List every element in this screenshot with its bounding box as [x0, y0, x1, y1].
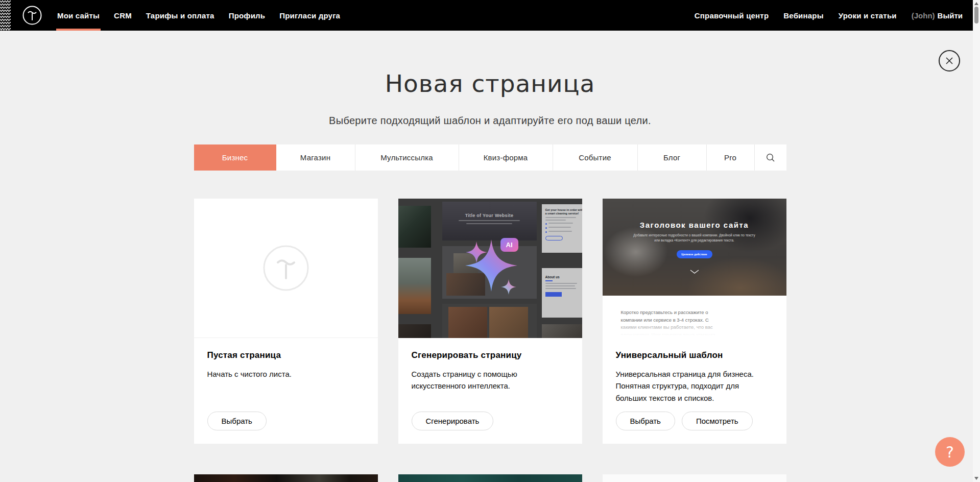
ai-sparkle-small-icon: [501, 279, 516, 295]
card-title: Сгенерировать страницу: [412, 350, 569, 360]
preview-bullet: [545, 227, 582, 229]
tab-business[interactable]: Бизнес: [194, 144, 276, 171]
card-buttons: Выбрать: [207, 412, 365, 430]
preview-text-bar: [545, 220, 566, 221]
card-buttons: Выбрать Посмотреть: [616, 412, 773, 430]
choose-button[interactable]: Выбрать: [616, 412, 675, 430]
chevron-down-icon: [690, 270, 699, 274]
logout-link[interactable]: Выйти: [938, 11, 963, 20]
preview-bullet: [545, 231, 582, 233]
scrollbar-up-arrow-icon[interactable]: [974, 2, 978, 5]
preview-text-bar: [545, 288, 576, 289]
close-icon: [944, 56, 954, 66]
preview-text-card: Get your house in order with a smart cle…: [542, 204, 582, 253]
scrollbar-thumb[interactable]: [974, 7, 978, 23]
card-title: Универсальный шаблон: [616, 350, 773, 360]
preview-photo: [442, 304, 537, 338]
nav-item-help-center[interactable]: Справочный центр: [695, 0, 769, 31]
preview-about-heading: About us: [545, 275, 582, 279]
preview-blue-button: [545, 292, 562, 297]
card-info: Сгенерировать страницу Создать страницу …: [398, 338, 582, 444]
view-button[interactable]: Посмотреть: [682, 412, 753, 430]
card-partial[interactable]: [603, 474, 786, 482]
scrollbar-down-arrow-icon[interactable]: [974, 477, 978, 480]
navbar-menu: Мои сайты CRM Тарифы и оплата Профиль Пр…: [57, 0, 354, 31]
nav-item-profile[interactable]: Профиль: [229, 0, 266, 31]
user-session: (John) Выйти: [912, 0, 963, 31]
preview-photo: [542, 324, 582, 338]
card-universal-template: Заголовок вашего сайта Добавьте интересн…: [603, 199, 786, 444]
preview-photo: [448, 307, 487, 338]
card-buttons: Сгенерировать: [412, 412, 569, 430]
preview-pill-button: [545, 236, 563, 240]
preview-bullet: [545, 223, 582, 225]
preview-text-bar: [545, 285, 575, 286]
navbar-right-menu: Справочный центр Вебинары Уроки и статьи…: [680, 0, 963, 31]
generate-button[interactable]: Сгенерировать: [412, 412, 494, 430]
card-description: Универсальная страница для бизнеса. Поня…: [616, 368, 769, 404]
template-preview-image: [194, 474, 378, 482]
content-container: Бизнес Магазин Мультиссылка Квиз-форма С…: [194, 144, 786, 482]
user-name-label: (John): [912, 11, 935, 20]
tab-search[interactable]: [755, 144, 786, 171]
nav-item-pricing[interactable]: Тарифы и оплата: [146, 0, 214, 31]
choose-button[interactable]: Выбрать: [207, 412, 267, 430]
preview-hero: Заголовок вашего сайта Добавьте интересн…: [603, 199, 786, 296]
tab-quiz-form[interactable]: Квиз-форма: [459, 144, 553, 171]
nav-item-crm[interactable]: CRM: [114, 0, 132, 31]
page-subtitle: Выберите подходящий шаблон и адаптируйте…: [0, 115, 980, 127]
card-description: Создать страницу с помощью искусственног…: [412, 368, 529, 392]
preview-cta-button: Целевое действие: [677, 250, 712, 258]
nav-item-invite-friend[interactable]: Пригласи друга: [279, 0, 340, 31]
preview-hero-block: Title of Your Website: [442, 202, 537, 240]
tab-blog[interactable]: Блог: [638, 144, 707, 171]
preview-subtext: Добавьте интересные подробности о вашей …: [633, 233, 756, 244]
help-button[interactable]: ?: [935, 437, 965, 467]
zigzag-pattern-decoration: [0, 0, 11, 31]
nav-item-webinars[interactable]: Вебинары: [783, 0, 823, 31]
preview-photo: [489, 307, 528, 338]
ai-badge: AI: [500, 238, 518, 252]
preview-card-heading: Get your house in order with a smart cle…: [545, 208, 582, 215]
preview-text-bar: [459, 220, 520, 221]
tab-shop[interactable]: Магазин: [276, 144, 355, 171]
close-button[interactable]: [939, 50, 960, 71]
nav-item-my-sites[interactable]: Мои сайты: [57, 0, 100, 31]
card-blank-page: Пустая страница Начать с чистого листа. …: [194, 199, 378, 444]
tilda-logo-icon: [22, 5, 42, 26]
preview-photo: [398, 258, 431, 314]
nav-item-lessons[interactable]: Уроки и статьи: [839, 0, 897, 31]
template-cards-grid: Пустая страница Начать с чистого листа. …: [194, 199, 786, 482]
card-info: Универсальный шаблон Универсальная стран…: [603, 338, 786, 444]
ai-preview-collage: Title of Your Website Get your house in …: [398, 199, 582, 338]
tilda-watermark-icon: [262, 245, 309, 292]
preview-text-bar: [545, 217, 576, 218]
search-icon: [766, 153, 775, 162]
preview-rule: [545, 280, 553, 281]
preview-photo: [398, 206, 431, 248]
template-category-tabs: Бизнес Магазин Мультиссылка Квиз-форма С…: [194, 144, 786, 171]
preview-photo: [398, 324, 431, 338]
preview-heading: Заголовок вашего сайта: [603, 221, 786, 229]
tab-pro[interactable]: Pro: [707, 144, 755, 171]
template-preview-image: [603, 474, 786, 482]
card-ai-generate: Title of Your Website Get your house in …: [398, 199, 582, 444]
blank-page-preview: [194, 199, 378, 338]
card-partial[interactable]: [398, 474, 582, 482]
preview-about-card: About us: [542, 268, 582, 318]
preview-site-title: Title of Your Website: [442, 213, 537, 218]
card-title: Пустая страница: [207, 350, 365, 360]
tab-event[interactable]: Событие: [553, 144, 638, 171]
preview-text-bar: [545, 283, 577, 284]
card-info: Пустая страница Начать с чистого листа. …: [194, 338, 378, 444]
preview-fade-overlay: [603, 321, 786, 338]
preview-text-bar: [466, 223, 512, 224]
top-navbar: Мои сайты CRM Тарифы и оплата Профиль Пр…: [0, 0, 980, 31]
card-partial[interactable]: [194, 474, 378, 482]
page-title: Новая страница: [0, 69, 980, 98]
tab-multilink[interactable]: Мультиссылка: [355, 144, 459, 171]
vertical-scrollbar[interactable]: [973, 0, 980, 482]
ai-sparkle-small-icon: [466, 242, 487, 263]
tilda-logo[interactable]: [22, 5, 42, 26]
card-description: Начать с чистого листа.: [207, 368, 361, 380]
